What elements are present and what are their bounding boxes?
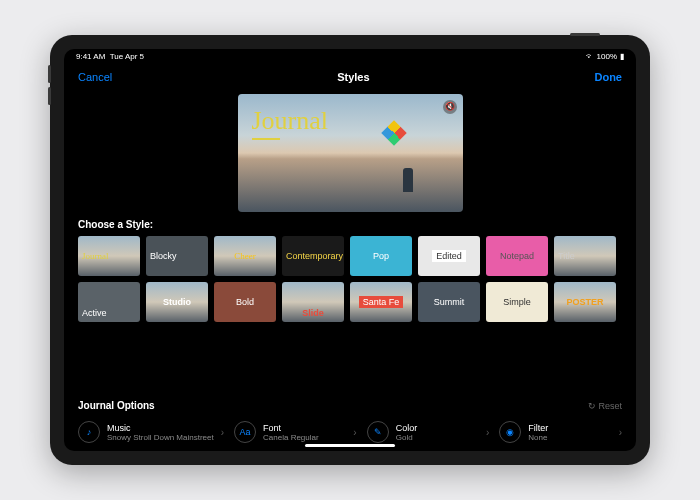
status-bar: 9:41 AM Tue Apr 5 ᯤ 100% ▮ [64,49,636,64]
kite-graphic [381,120,406,145]
cancel-button[interactable]: Cancel [78,71,112,83]
reset-button[interactable]: ↻ Reset [588,401,622,411]
option-text: MusicSnowy Stroll Down Mainstreet [107,423,214,442]
style-thumb[interactable]: Simple [486,282,548,322]
style-thumb-label: Summit [434,297,465,307]
battery-icon: ▮ [620,52,624,61]
option-icon: ✎ [367,421,389,443]
style-thumb-label: Cheer [234,251,256,261]
home-indicator[interactable] [305,444,395,447]
style-thumb[interactable]: POSTER [554,282,616,322]
screen: 9:41 AM Tue Apr 5 ᯤ 100% ▮ Cancel Styles… [64,49,636,451]
option-value: Snowy Stroll Down Mainstreet [107,433,214,442]
preview-title-text: Journal [252,106,329,136]
style-thumb-label: Simple [503,297,531,307]
style-thumb-label: Studio [163,297,191,307]
option-icon: ◉ [499,421,521,443]
option-value: Canela Regular [263,433,346,442]
preview-area: Journal 🔇 [64,90,636,215]
style-thumb-label: Active [82,308,107,318]
option-label: Font [263,423,346,433]
style-thumb[interactable]: Santa Fe [350,282,412,322]
mute-icon[interactable]: 🔇 [443,100,457,114]
status-right: ᯤ 100% ▮ [586,52,624,61]
option-value: Gold [396,433,479,442]
option-icon: Aa [234,421,256,443]
style-thumb[interactable]: Notepad [486,236,548,276]
volume-down-button [48,87,51,105]
style-thumb[interactable]: Journal [78,236,140,276]
style-thumb[interactable]: Active [78,282,140,322]
style-thumb[interactable]: Cheer [214,236,276,276]
option-icon: ♪ [78,421,100,443]
option-label: Music [107,423,214,433]
style-thumb-label: Title [558,251,575,261]
option-value: None [528,433,611,442]
option-text: ColorGold [396,423,479,442]
style-preview[interactable]: Journal 🔇 [238,94,463,212]
option-item[interactable]: ♪MusicSnowy Stroll Down Mainstreet› [78,417,224,447]
styles-row-1: JournalBlockyCheerContemporaryPopEditedN… [78,236,622,276]
styles-row-2: ActiveStudioBoldSlideSanta FeSummitSimpl… [78,282,622,322]
person-graphic [403,168,413,192]
volume-up-button [48,65,51,83]
power-button [570,33,600,36]
nav-bar: Cancel Styles Done [64,64,636,90]
option-item[interactable]: AaFontCanela Regular› [234,417,357,447]
style-thumb-label: Contemporary [286,251,343,261]
page-title: Styles [337,71,369,83]
chevron-right-icon: › [619,427,622,438]
style-thumb-label: Blocky [150,251,177,261]
status-time: 9:41 AM Tue Apr 5 [76,52,144,61]
style-thumb-label: Notepad [500,251,534,261]
style-thumb[interactable]: Edited [418,236,480,276]
wifi-icon: ᯤ [586,52,594,61]
styles-grid: JournalBlockyCheerContemporaryPopEditedN… [64,236,636,322]
style-thumb-label: Pop [373,251,389,261]
chevron-right-icon: › [486,427,489,438]
style-thumb[interactable]: Contemporary [282,236,344,276]
style-thumb[interactable]: Slide [282,282,344,322]
options-title: Journal Options [78,400,155,411]
style-thumb[interactable]: Blocky [146,236,208,276]
options-row: ♪MusicSnowy Stroll Down Mainstreet›AaFon… [78,417,622,447]
options-header: Journal Options ↻ Reset [78,400,622,411]
style-thumb[interactable]: Studio [146,282,208,322]
style-thumb-label: Bold [236,297,254,307]
option-text: FilterNone [528,423,611,442]
option-item[interactable]: ✎ColorGold› [367,417,490,447]
option-item[interactable]: ◉FilterNone› [499,417,622,447]
style-thumb[interactable]: Summit [418,282,480,322]
style-thumb-label: Journal [82,251,109,261]
option-label: Color [396,423,479,433]
style-thumb-label: Slide [302,308,324,318]
style-thumb[interactable]: Pop [350,236,412,276]
options-bar: Journal Options ↻ Reset ♪MusicSnowy Stro… [64,394,636,451]
battery-label: 100% [597,52,617,61]
choose-style-label: Choose a Style: [64,215,636,236]
option-text: FontCanela Regular [263,423,346,442]
chevron-right-icon: › [221,427,224,438]
style-thumb[interactable]: Title [554,236,616,276]
done-button[interactable]: Done [594,71,622,83]
style-thumb-label: POSTER [566,297,603,307]
option-label: Filter [528,423,611,433]
ipad-device-frame: 9:41 AM Tue Apr 5 ᯤ 100% ▮ Cancel Styles… [50,35,650,465]
style-thumb[interactable]: Bold [214,282,276,322]
chevron-right-icon: › [353,427,356,438]
style-thumb-label: Santa Fe [359,296,404,308]
preview-underline [252,138,280,140]
style-thumb-label: Edited [432,250,466,262]
